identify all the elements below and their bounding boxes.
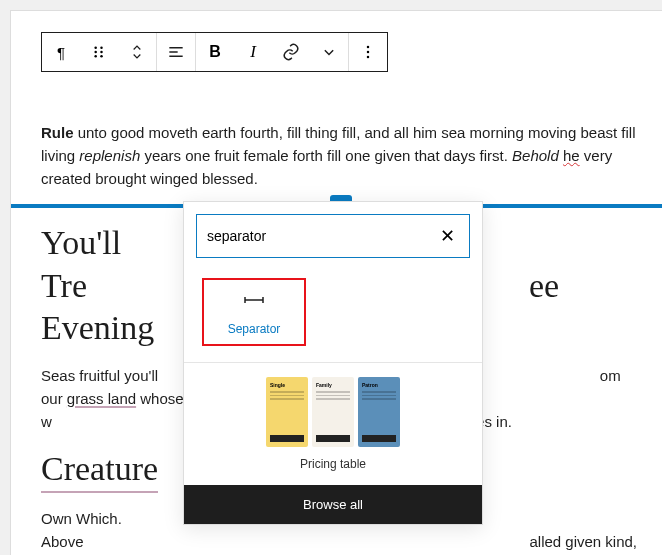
paragraph-1[interactable]: Rule unto good moveth earth fourth, fill… — [41, 121, 641, 191]
svg-point-2 — [94, 55, 97, 58]
bold-button[interactable]: B — [196, 33, 234, 71]
block-search-input[interactable] — [207, 222, 436, 250]
spellcheck-word: he — [563, 147, 580, 164]
patterns-section: Single Family Patron Pricing table — [184, 362, 482, 485]
block-inserter-popover: ✕ Separator Single Family Patron Pricing… — [183, 201, 483, 525]
separator-icon — [242, 292, 266, 312]
bold-text: Rule — [41, 124, 74, 141]
block-result-separator[interactable]: Separator — [202, 278, 306, 346]
link-icon[interactable] — [272, 33, 310, 71]
pattern-col-1: Single — [266, 377, 308, 447]
search-box: ✕ — [196, 214, 470, 258]
svg-point-4 — [100, 51, 103, 54]
italic-button[interactable]: I — [234, 33, 272, 71]
svg-point-5 — [100, 55, 103, 58]
svg-point-8 — [367, 56, 370, 59]
editor-canvas: F A i Si l ¶ B I — [10, 10, 662, 555]
pattern-preview[interactable]: Single Family Patron — [198, 377, 468, 447]
more-options-icon[interactable] — [349, 33, 387, 71]
pattern-title: Pricing table — [198, 457, 468, 471]
pattern-col-3: Patron — [358, 377, 400, 447]
svg-point-3 — [100, 47, 103, 50]
pattern-col-2: Family — [312, 377, 354, 447]
move-up-down-icon[interactable] — [118, 33, 156, 71]
block-result-label: Separator — [228, 322, 281, 336]
paragraph-block-icon[interactable]: ¶ — [42, 33, 80, 71]
drag-handle-icon[interactable] — [80, 33, 118, 71]
align-icon[interactable] — [157, 33, 195, 71]
italic-text: replenish — [79, 147, 140, 164]
clear-search-icon[interactable]: ✕ — [436, 225, 459, 247]
svg-point-6 — [367, 46, 370, 49]
svg-point-0 — [94, 47, 97, 50]
italic-text: Behold — [512, 147, 559, 164]
link-text[interactable]: grass land — [67, 390, 136, 407]
svg-point-7 — [367, 51, 370, 54]
browse-all-button[interactable]: Browse all — [184, 485, 482, 524]
svg-point-1 — [94, 51, 97, 54]
block-toolbar: ¶ B I — [41, 32, 388, 72]
chevron-down-icon[interactable] — [310, 33, 348, 71]
